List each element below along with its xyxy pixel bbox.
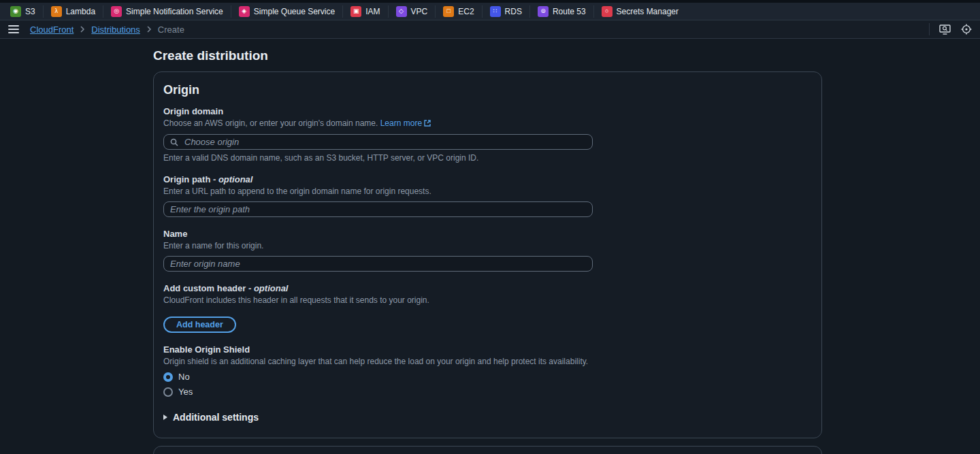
add-header-button[interactable]: Add header: [163, 317, 236, 333]
chevron-right-icon: [80, 25, 85, 33]
ec2-icon: □: [443, 6, 454, 17]
origin-section-title: Origin: [163, 83, 812, 97]
chevron-right-icon: [146, 25, 152, 33]
main-content: Create distribution Origin Origin domain…: [153, 48, 822, 454]
lambda-icon: λ: [51, 6, 62, 17]
origin-name-description: Enter a name for this origin.: [163, 241, 812, 251]
radio-label: No: [178, 372, 190, 382]
origin-shield-description: Origin shield is an additional caching l…: [163, 357, 812, 367]
rds-icon: ∷: [490, 6, 501, 17]
custom-header-description: CloudFront includes this header in all r…: [163, 295, 812, 306]
origin-shield-label: Enable Origin Shield: [163, 344, 812, 355]
favorite-label: Simple Notification Service: [126, 7, 223, 16]
origin-domain-description: Choose an AWS origin, or enter your orig…: [163, 118, 378, 128]
favorite-label: Route 53: [553, 7, 586, 16]
origin-path-description: Enter a URL path to append to the origin…: [163, 187, 812, 197]
optional-suffix: - optional: [213, 174, 253, 184]
origin-name-label: Name: [163, 229, 812, 239]
vpc-icon: ◇: [396, 6, 407, 17]
favorite-label: EC2: [458, 7, 474, 16]
radio-icon: [163, 387, 173, 397]
favorite-label: IAM: [365, 7, 380, 16]
radio-icon: [163, 372, 173, 382]
breadcrumb-cloudfront[interactable]: CloudFront: [30, 25, 74, 35]
favorite-label: VPC: [411, 7, 428, 16]
search-icon: [170, 138, 178, 146]
page-title: Create distribution: [153, 48, 822, 64]
nav-divider: [929, 23, 930, 35]
favorite-label: S3: [25, 7, 35, 16]
favorite-label: Simple Queue Service: [254, 7, 335, 16]
origin-name-field: Name Enter a name for this origin.: [163, 229, 812, 272]
screen-search-icon[interactable]: [939, 24, 951, 35]
custom-header-field: Add custom header - optional CloudFront …: [163, 283, 812, 333]
favorite-s3[interactable]: ◉ S3: [3, 5, 43, 18]
iam-icon: ▣: [350, 6, 361, 17]
additional-settings-label: Additional settings: [173, 412, 259, 423]
radio-label: Yes: [178, 387, 193, 397]
gear-icon[interactable]: [960, 24, 972, 35]
origin-path-input[interactable]: [163, 201, 593, 217]
favorite-secrets-manager[interactable]: ○ Secrets Manager: [593, 5, 686, 18]
origin-domain-field: Origin domain Choose an AWS origin, or e…: [163, 106, 812, 163]
favorite-label: RDS: [505, 7, 522, 16]
hamburger-menu-icon[interactable]: [8, 25, 19, 33]
favorites-bar: ◉ S3 λ Lambda ◎ Simple Notification Serv…: [0, 3, 980, 20]
origin-name-input[interactable]: [163, 256, 593, 272]
origin-domain-constraint: Enter a valid DNS domain name, such as a…: [163, 153, 812, 163]
origin-shield-field: Enable Origin Shield Origin shield is an…: [163, 344, 812, 397]
s3-icon: ◉: [10, 6, 21, 17]
sqs-icon: ◈: [239, 6, 250, 17]
favorite-label: Secrets Manager: [617, 7, 679, 16]
favorite-label: Lambda: [66, 7, 95, 16]
origin-shield-option-no[interactable]: No: [163, 372, 812, 382]
origin-domain-input-wrap: [163, 134, 593, 150]
external-link-icon: [424, 119, 431, 129]
triangle-right-icon: [163, 415, 167, 420]
secrets-manager-icon: ○: [602, 6, 612, 17]
favorite-ec2[interactable]: □ EC2: [435, 5, 481, 18]
origin-path-field: Origin path - optional Enter a URL path …: [163, 174, 812, 217]
breadcrumb-bar: CloudFront Distributions Create: [0, 20, 980, 39]
origin-shield-option-yes[interactable]: Yes: [163, 387, 812, 397]
origin-domain-input[interactable]: [183, 136, 586, 148]
learn-more-link[interactable]: Learn more: [380, 118, 422, 128]
favorite-iam[interactable]: ▣ IAM: [342, 5, 387, 18]
additional-settings-expander[interactable]: Additional settings: [163, 412, 812, 423]
origin-domain-label: Origin domain: [163, 106, 812, 116]
breadcrumb-create: Create: [158, 25, 184, 35]
favorite-lambda[interactable]: λ Lambda: [43, 5, 103, 18]
favorite-vpc[interactable]: ◇ VPC: [388, 5, 436, 18]
optional-suffix: - optional: [248, 283, 289, 293]
sns-icon: ◎: [111, 6, 122, 17]
origin-path-label: Origin path: [163, 174, 210, 184]
favorite-rds[interactable]: ∷ RDS: [482, 5, 529, 18]
route53-icon: ⊚: [538, 6, 549, 17]
breadcrumb-distributions[interactable]: Distributions: [91, 25, 140, 35]
breadcrumb: CloudFront Distributions Create: [30, 25, 184, 35]
favorite-sns[interactable]: ◎ Simple Notification Service: [103, 5, 231, 18]
origin-section: Origin Origin domain Choose an AWS origi…: [153, 71, 822, 438]
favorite-sqs[interactable]: ◈ Simple Queue Service: [231, 5, 342, 18]
cache-behavior-section: Default cache behavior Path pattern Info…: [153, 446, 822, 454]
favorite-route53[interactable]: ⊚ Route 53: [529, 5, 593, 18]
custom-header-label: Add custom header: [163, 283, 246, 293]
